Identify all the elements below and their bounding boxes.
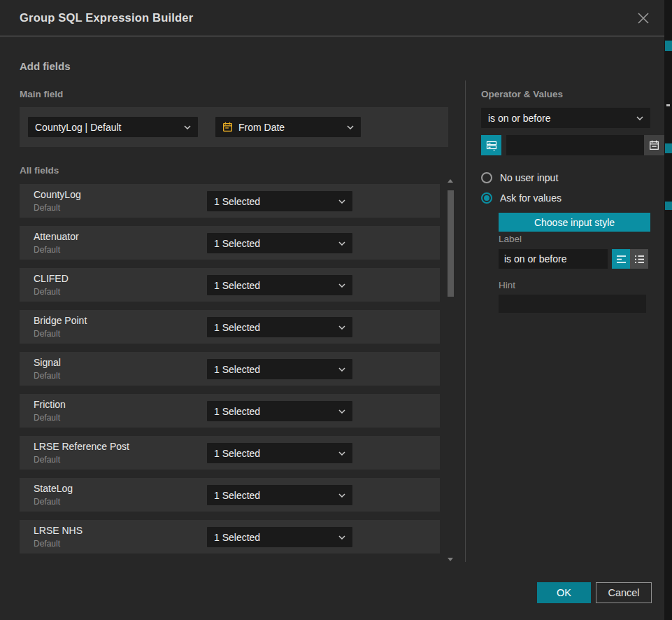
background-accent-block [665,202,672,210]
ok-button[interactable]: OK [537,582,591,603]
field-selection-dropdown[interactable]: 1 Selected [207,317,352,337]
field-type: Default [34,245,79,255]
unique-values-button[interactable] [481,135,501,155]
chevron-down-icon [338,451,345,456]
chevron-down-icon [636,116,643,120]
date-picker-button[interactable] [644,135,664,155]
date-input-group [506,135,664,155]
field-selection-dropdown[interactable]: 1 Selected [207,191,352,211]
panel-divider [465,80,466,562]
field-type: Default [34,371,61,381]
field-row-text: Friction Default [34,399,66,423]
background-accent-block [665,41,672,51]
hint-caption: Hint [499,280,515,290]
field-selection-dropdown[interactable]: 1 Selected [207,443,352,463]
chevron-down-icon [338,199,345,204]
field-selection-value: 1 Selected [214,532,333,543]
operator-dropdown[interactable]: is on or before [481,108,650,128]
field-row: Bridge Point Default 1 Selected [20,310,440,344]
field-selection-dropdown[interactable]: 1 Selected [207,275,352,295]
field-row-text: Signal Default [34,357,61,381]
field-name: CountyLog [34,189,81,200]
radio-checked-icon[interactable] [481,192,492,204]
main-field-panel: CountyLog | Default From Date [20,107,448,147]
field-row: CountyLog Default 1 Selected [20,184,440,218]
main-field-field-dropdown[interactable]: From Date [215,117,361,137]
scrollbar-thumb[interactable] [448,190,454,297]
close-button[interactable] [634,8,653,28]
chevron-down-icon [338,493,345,498]
field-type: Default [34,413,66,423]
field-selection-dropdown[interactable]: 1 Selected [207,401,352,421]
field-row: CLIFED Default 1 Selected [20,268,440,302]
no-user-input-label: No user input [500,172,558,183]
dialog-title: Group SQL Expression Builder [20,11,193,24]
field-row: LRSE NHS Default 1 Selected [20,520,440,554]
chevron-down-icon [338,283,345,288]
field-row: Attenuator Default 1 Selected [20,226,440,260]
ask-for-values-label: Ask for values [500,192,562,204]
list-scrollbar[interactable] [448,179,454,561]
chevron-down-icon [338,535,345,540]
field-row-text: Bridge Point Default [34,315,87,339]
field-selection-value: 1 Selected [214,238,333,249]
date-value-row [481,135,650,155]
field-selection-dropdown[interactable]: 1 Selected [207,527,352,547]
hint-input[interactable] [499,295,646,313]
field-selection-value: 1 Selected [214,490,333,501]
field-row: Signal Default 1 Selected [20,352,440,386]
dialog-titlebar: Group SQL Expression Builder [0,0,664,36]
field-type: Default [34,455,129,465]
chevron-down-icon [338,325,345,330]
field-row-text: StateLog Default [34,483,73,507]
field-selection-value: 1 Selected [214,280,333,291]
chevron-down-icon [338,241,345,246]
label-input-row [499,249,650,269]
date-value-input[interactable] [506,135,644,155]
field-selection-dropdown[interactable]: 1 Selected [207,359,352,379]
field-name: Bridge Point [34,315,87,326]
field-row-text: CountyLog Default [34,189,81,213]
operator-value: is on or before [488,113,631,124]
field-selection-dropdown[interactable]: 1 Selected [207,233,352,253]
main-field-source-value: CountyLog | Default [35,122,178,133]
cancel-button[interactable]: Cancel [596,582,652,603]
calendar-icon [649,140,659,150]
scroll-down-arrow-icon[interactable] [448,558,453,561]
field-selection-dropdown[interactable]: 1 Selected [207,485,352,505]
field-name: LRSE Reference Post [34,441,129,452]
calendar-icon [222,122,233,132]
choose-input-style-button[interactable]: Choose input style [499,213,650,232]
chevron-down-icon [347,125,354,129]
field-type: Default [34,287,69,297]
field-name: CLIFED [34,273,69,284]
field-type: Default [34,203,81,213]
close-icon [637,12,650,24]
main-field-source-dropdown[interactable]: CountyLog | Default [28,117,198,137]
add-fields-heading: Add fields [20,60,71,72]
field-selection-value: 1 Selected [214,196,333,207]
label-input[interactable] [499,249,608,269]
chevron-down-icon [338,367,345,372]
radio-no-user-input[interactable]: No user input [481,172,558,183]
stacked-values-icon [486,140,497,151]
field-selection-value: 1 Selected [214,322,333,333]
align-left-style-button[interactable] [612,249,630,269]
label-caption: Label [499,234,522,244]
list-style-button[interactable] [630,249,648,269]
field-name: Friction [34,399,66,410]
field-name: Attenuator [34,231,79,242]
all-fields-list: CountyLog Default 1 Selected Attenuator … [20,184,440,562]
scroll-up-arrow-icon[interactable] [448,179,453,183]
field-row-text: Attenuator Default [34,231,79,255]
operator-values-heading: Operator & Values [481,89,563,99]
field-row-text: CLIFED Default [34,273,69,297]
field-name: LRSE NHS [34,525,83,536]
field-row-text: LRSE NHS Default [34,525,83,549]
radio-ask-for-values[interactable]: Ask for values [481,192,562,204]
background-dash [666,104,670,106]
field-type: Default [34,329,87,339]
main-field-label: Main field [20,89,63,99]
chevron-down-icon [338,409,345,414]
radio-unchecked-icon[interactable] [481,172,492,183]
